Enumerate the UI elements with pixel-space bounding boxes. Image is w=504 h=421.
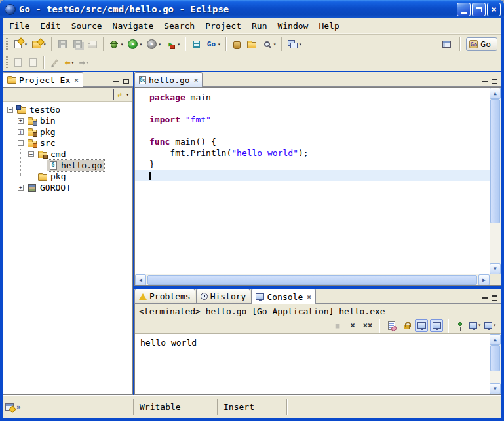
tab-project-explorer[interactable]: Project Ex × [3, 72, 83, 87]
search-button[interactable]: ▾ [260, 37, 279, 52]
maximize-view-icon[interactable] [492, 79, 497, 84]
new-go-package-button[interactable] [189, 37, 204, 52]
tree-item-src[interactable]: −src [3, 137, 132, 149]
open-perspective-button[interactable] [439, 37, 454, 52]
scroll-up-button[interactable]: ▲ [490, 88, 501, 99]
tree-expander-icon[interactable]: + [18, 185, 24, 191]
menu-item-edit[interactable]: Edit [35, 19, 66, 33]
code-area[interactable]: package main import "fmt" func main() { … [135, 88, 490, 274]
tree-item-hello-go[interactable]: Ghello.go [3, 160, 132, 171]
tab-console[interactable]: Console × [251, 289, 315, 304]
double-arrow-icon[interactable]: » [16, 403, 21, 411]
editor-vscrollbar[interactable]: ▲ ▼ [490, 88, 501, 274]
profile-button[interactable]: ▶▾ [144, 37, 163, 52]
window-star-icon[interactable] [5, 403, 14, 411]
minimize-view-icon[interactable] [482, 297, 488, 299]
next-annotation-button[interactable] [10, 55, 26, 71]
editor-hscrollbar[interactable]: ◀ ▶ [135, 274, 490, 285]
close-icon[interactable]: × [73, 77, 79, 84]
scroll-down-button[interactable]: ▼ [490, 263, 501, 274]
external-tools-button[interactable]: ▶▾ [163, 37, 182, 52]
code-line[interactable]: fmt.Println("hello world"); [135, 147, 490, 158]
new-folder-button[interactable]: ▾ [29, 37, 48, 52]
remove-all-launches-button[interactable]: ×× [361, 319, 374, 332]
menu-item-file[interactable]: File [4, 19, 35, 33]
clear-console-button[interactable] [385, 319, 398, 332]
scroll-down-button[interactable]: ▼ [490, 383, 501, 394]
console-output-area[interactable]: hello world ▲ ▼ [135, 333, 501, 394]
maximize-button[interactable] [472, 3, 486, 16]
tree-item-pkg[interactable]: +pkg [3, 126, 132, 137]
forward-button[interactable]: →▾ [77, 55, 91, 71]
save-all-button[interactable] [70, 37, 85, 52]
code-line[interactable] [135, 170, 490, 181]
new-wizard-button[interactable]: ▾ [10, 37, 29, 52]
show-stderr-button[interactable] [430, 319, 443, 332]
go-perspective-button[interactable]: Go Go [466, 37, 497, 51]
tab-history[interactable]: History [196, 289, 251, 303]
scroll-up-button[interactable]: ▲ [490, 334, 501, 345]
minimize-view-icon[interactable] [482, 81, 488, 82]
tree-item-pkg[interactable]: pkg [3, 171, 132, 182]
code-line[interactable]: package main [135, 92, 490, 103]
tab-problems[interactable]: Problems [134, 289, 195, 303]
scroll-thumb[interactable] [490, 345, 500, 371]
minimize-button[interactable] [457, 3, 471, 16]
tree-item-bin[interactable]: +bin [3, 115, 132, 126]
run-button[interactable]: ▶▾ [125, 37, 144, 52]
code-line[interactable] [135, 125, 490, 136]
console-vscrollbar[interactable]: ▲ ▼ [490, 334, 501, 394]
menu-item-help[interactable]: Help [313, 19, 344, 33]
menu-item-navigate[interactable]: Navigate [107, 19, 159, 33]
save-button[interactable] [55, 37, 70, 52]
scroll-thumb[interactable] [490, 99, 500, 223]
collapse-all-button[interactable] [113, 90, 114, 100]
code-line[interactable]: } [135, 158, 490, 170]
archive-button[interactable] [229, 37, 244, 52]
new-go-file-button[interactable]: Go▾ [204, 37, 223, 52]
back-button[interactable]: ←▾ [62, 55, 77, 71]
tree-expander-icon[interactable]: + [18, 129, 24, 135]
previous-annotation-button[interactable] [26, 55, 41, 71]
scroll-lock-button[interactable] [400, 319, 413, 332]
tab-hello-go[interactable]: Go hello.go × [134, 72, 203, 87]
tree-item-goroot[interactable]: +GOROOT [3, 182, 132, 193]
view-menu-button[interactable]: ▾ [126, 92, 129, 98]
maximize-view-icon[interactable] [123, 79, 129, 84]
debug-button[interactable]: ▾ [107, 37, 126, 52]
link-with-editor-button[interactable]: ⇄ [118, 91, 123, 98]
menu-item-source[interactable]: Source [66, 19, 107, 33]
close-icon[interactable]: × [305, 293, 311, 301]
menu-item-project[interactable]: Project [200, 19, 246, 33]
tree-item-cmd[interactable]: −cmd [3, 149, 132, 160]
titlebar[interactable]: Go - testGo/src/cmd/hello.go - Eclipse × [0, 0, 504, 18]
menu-item-run[interactable]: Run [246, 19, 272, 33]
tree-expander-icon[interactable]: − [7, 107, 13, 113]
display-selected-console-button[interactable]: ▾ [469, 319, 482, 332]
menu-item-window[interactable]: Window [272, 19, 313, 33]
code-line[interactable]: func main() { [135, 136, 490, 147]
scroll-left-button[interactable]: ◀ [135, 274, 146, 285]
tree-expander-icon[interactable]: + [18, 118, 24, 124]
team-sync-button[interactable]: ▾ [285, 37, 304, 52]
tree-expander-icon[interactable]: − [18, 140, 24, 146]
close-icon[interactable]: × [193, 77, 199, 84]
tree-expander-icon[interactable]: − [28, 151, 34, 157]
scroll-right-button[interactable]: ▶ [478, 274, 490, 285]
close-button[interactable]: × [487, 3, 501, 16]
maximize-view-icon[interactable] [492, 295, 497, 301]
open-folder-button[interactable] [244, 37, 260, 52]
open-console-button[interactable]: ▾ [484, 319, 497, 332]
tree-item-testgo[interactable]: −testGo [3, 104, 132, 115]
menu-item-search[interactable]: Search [159, 19, 200, 33]
minimize-view-icon[interactable] [113, 81, 119, 82]
print-button[interactable] [85, 37, 100, 52]
terminate-button[interactable]: ■ [331, 319, 344, 332]
remove-launch-button[interactable]: × [346, 319, 359, 332]
pin-console-button[interactable] [454, 319, 467, 332]
scroll-thumb[interactable] [147, 275, 477, 285]
code-line[interactable] [135, 103, 490, 114]
show-stdout-button[interactable] [415, 319, 428, 332]
toolbar-drag-handle[interactable] [6, 56, 8, 69]
code-line[interactable]: import "fmt" [135, 114, 490, 125]
